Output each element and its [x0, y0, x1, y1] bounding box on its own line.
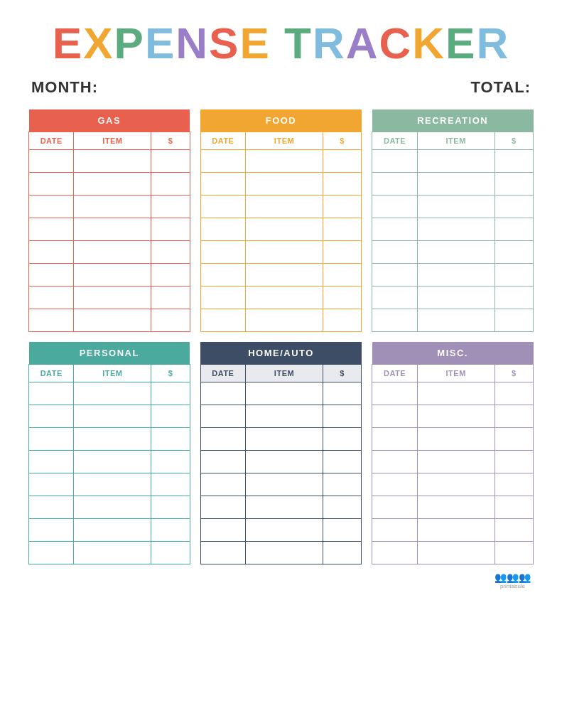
- table-row: [372, 150, 534, 173]
- table-row: [29, 173, 190, 196]
- misc-header-row: MISC.: [372, 342, 534, 365]
- table-row: [200, 287, 362, 309]
- table-row: [372, 451, 534, 473]
- misc-col-date: Date: [372, 365, 417, 382]
- misc-table: MISC. Date Item $: [372, 342, 534, 564]
- table-row: [372, 382, 534, 405]
- misc-col-dollar: $: [495, 365, 533, 382]
- food-col-item: Item: [246, 132, 323, 150]
- homeauto-table: HOME/AUTO Date Item $: [200, 342, 362, 564]
- table-row: [200, 473, 362, 496]
- table-row: [29, 473, 190, 496]
- table-row: [200, 405, 362, 428]
- table-row: [29, 496, 190, 519]
- recreation-col-date: Date: [372, 132, 417, 150]
- table-row: [200, 542, 362, 564]
- recreation-header: RECREATION: [372, 109, 534, 132]
- table-row: [29, 382, 190, 405]
- table-row: [200, 309, 362, 332]
- food-header-row: FOOD: [200, 109, 362, 132]
- logo-text: printabule: [500, 583, 525, 589]
- recreation-col-dollar: $: [495, 132, 533, 150]
- table-row: [372, 473, 534, 496]
- table-row: [29, 542, 190, 564]
- homeauto-subheader-row: Date Item $: [200, 365, 362, 382]
- table-row: [372, 405, 534, 428]
- table-row: [29, 287, 190, 309]
- footer-logo: 👥👥👥 printabule: [495, 572, 531, 589]
- personal-subheader-row: Date Item $: [29, 365, 190, 382]
- gas-col-dollar: $: [151, 132, 190, 150]
- homeauto-col-item: Item: [246, 365, 323, 382]
- table-row: [200, 496, 362, 519]
- recreation-col-item: Item: [417, 132, 495, 150]
- gas-date-cell[interactable]: [29, 150, 74, 173]
- table-row: [29, 196, 190, 218]
- gas-subheader-row: Date Item $: [29, 132, 190, 150]
- table-row: [29, 150, 190, 173]
- table-row: [200, 264, 362, 287]
- table-row: [200, 196, 362, 218]
- meta-row: MONTH: TOTAL:: [28, 78, 534, 97]
- table-row: [200, 428, 362, 451]
- personal-table: PERSONAL Date Item $: [28, 342, 190, 564]
- table-row: [200, 218, 362, 241]
- table-row: [200, 241, 362, 264]
- table-row: [372, 173, 534, 196]
- homeauto-col-date: Date: [200, 365, 245, 382]
- gas-header: GAS: [29, 109, 190, 132]
- gas-table: GAS Date Item $: [28, 109, 190, 332]
- recreation-table: RECREATION Date Item $: [372, 109, 534, 332]
- table-row: [372, 309, 534, 332]
- food-header: FOOD: [200, 109, 362, 132]
- table-row: [372, 496, 534, 519]
- food-col-dollar: $: [323, 132, 361, 150]
- personal-header-row: PERSONAL: [29, 342, 190, 365]
- table-row: [200, 173, 362, 196]
- food-subheader-row: Date Item $: [200, 132, 362, 150]
- misc-subheader-row: Date Item $: [372, 365, 534, 382]
- logo-icon: 👥👥👥: [495, 572, 531, 583]
- footer: 👥👥👥 printabule: [28, 572, 534, 589]
- table-row: [200, 451, 362, 473]
- table-row: [29, 428, 190, 451]
- gas-header-row: GAS: [29, 109, 190, 132]
- table-row: [372, 196, 534, 218]
- misc-col-item: Item: [417, 365, 495, 382]
- table-row: [200, 382, 362, 405]
- total-label: TOTAL:: [470, 78, 531, 97]
- table-row: [29, 264, 190, 287]
- homeauto-header: HOME/AUTO: [200, 342, 362, 365]
- recreation-header-row: RECREATION: [372, 109, 534, 132]
- table-row: [372, 542, 534, 564]
- table-row: [372, 241, 534, 264]
- table-row: [372, 264, 534, 287]
- table-row: [29, 309, 190, 332]
- table-row: [29, 405, 190, 428]
- gas-col-date: Date: [29, 132, 74, 150]
- personal-col-dollar: $: [151, 365, 190, 382]
- recreation-subheader-row: Date Item $: [372, 132, 534, 150]
- table-row: [200, 519, 362, 542]
- personal-header: PERSONAL: [29, 342, 190, 365]
- tables-grid: GAS Date Item $ FOOD Date Item: [28, 109, 534, 564]
- food-table: FOOD Date Item $: [200, 109, 362, 332]
- page-title: EXPENSE TRACKER: [53, 21, 509, 65]
- food-col-date: Date: [200, 132, 245, 150]
- gas-dollar-cell[interactable]: [151, 150, 190, 173]
- homeauto-header-row: HOME/AUTO: [200, 342, 362, 365]
- table-row: [372, 287, 534, 309]
- table-row: [372, 218, 534, 241]
- table-row: [372, 519, 534, 542]
- gas-item-cell[interactable]: [74, 150, 151, 173]
- month-label: MONTH:: [31, 78, 98, 97]
- table-row: [29, 451, 190, 473]
- personal-col-date: Date: [29, 365, 74, 382]
- table-row: [29, 218, 190, 241]
- table-row: [29, 241, 190, 264]
- personal-col-item: Item: [74, 365, 151, 382]
- gas-col-item: Item: [74, 132, 151, 150]
- misc-header: MISC.: [372, 342, 534, 365]
- homeauto-col-dollar: $: [323, 365, 361, 382]
- table-row: [29, 519, 190, 542]
